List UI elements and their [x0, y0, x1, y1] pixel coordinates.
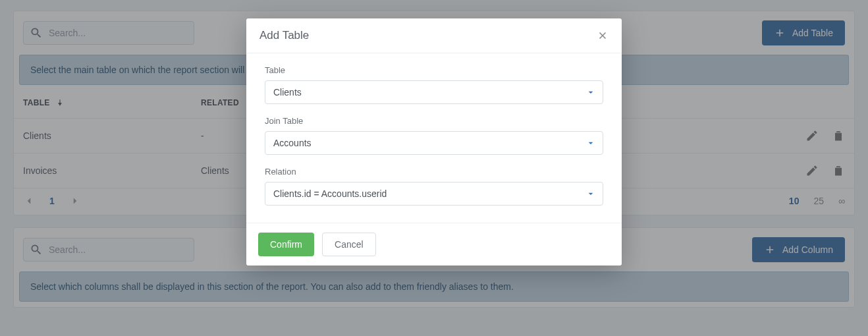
- select-table[interactable]: Clients: [265, 80, 603, 104]
- modal-title: Add Table: [259, 29, 309, 42]
- chevron-down-icon: [585, 87, 596, 98]
- close-icon[interactable]: [597, 30, 609, 42]
- field-table-label: Table: [265, 65, 603, 75]
- field-join-table: Join Table Accounts: [265, 116, 603, 155]
- chevron-down-icon: [585, 188, 596, 199]
- cancel-button[interactable]: Cancel: [322, 233, 376, 256]
- modal-overlay[interactable]: Add Table Table Clients Join Table Accou…: [0, 0, 868, 336]
- field-relation: Relation Clients.id = Accounts.userid: [265, 167, 603, 206]
- select-table-value: Clients: [273, 87, 302, 98]
- add-table-modal: Add Table Table Clients Join Table Accou…: [246, 18, 622, 266]
- field-table: Table Clients: [265, 65, 603, 104]
- field-join-label: Join Table: [265, 116, 603, 126]
- select-relation[interactable]: Clients.id = Accounts.userid: [265, 182, 603, 206]
- select-join-value: Accounts: [273, 138, 312, 148]
- confirm-button[interactable]: Confirm: [258, 233, 314, 256]
- modal-header: Add Table: [246, 18, 622, 53]
- modal-footer: Confirm Cancel: [246, 223, 622, 266]
- select-join-table[interactable]: Accounts: [265, 131, 603, 155]
- chevron-down-icon: [585, 138, 596, 148]
- field-relation-label: Relation: [265, 167, 603, 177]
- select-relation-value: Clients.id = Accounts.userid: [273, 188, 387, 199]
- modal-body: Table Clients Join Table Accounts Relati…: [246, 53, 622, 223]
